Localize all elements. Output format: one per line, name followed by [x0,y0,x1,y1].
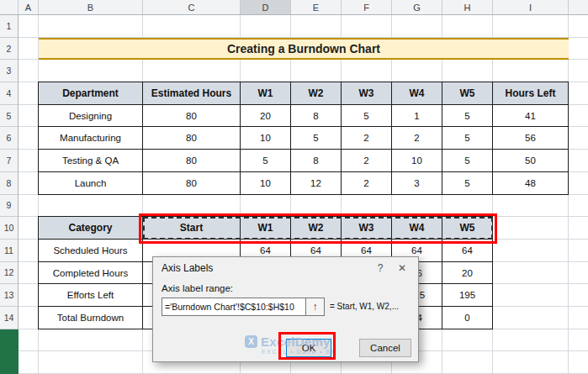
department-hours-table: Department Estimated Hours W1 W2 W3 W4 W… [38,82,569,194]
t1-cell[interactable]: 2 [342,127,392,150]
column-header-f[interactable]: F [342,0,392,14]
axis-labels-dialog: Axis Labels ? ✕ Axis label range: ↑ = St… [152,256,419,362]
t1-header-cell[interactable]: Department [39,82,143,105]
axis-label-range-input[interactable] [162,298,306,316]
t1-cell[interactable]: 8 [291,150,342,172]
t1-cell[interactable]: Testing & QA [39,150,143,172]
column-headers: A B C D E F G H I [0,0,588,15]
t2-header-cell[interactable]: W3 [342,217,392,240]
row-header-1[interactable]: 1 [0,15,18,38]
row-header-9[interactable]: 9 [0,195,18,218]
row-header-5[interactable]: 5 [0,105,18,128]
t2-cell[interactable]: 195 [442,284,493,307]
t1-cell[interactable]: 80 [143,127,241,150]
column-header-i[interactable]: I [493,0,569,14]
green-corner-block [0,329,19,374]
column-header-b[interactable]: B [39,0,143,14]
help-icon[interactable]: ? [369,259,391,277]
page-title: Creating a Burndown Chart [227,42,380,55]
column-header-partial[interactable] [569,0,588,14]
t1-cell[interactable]: 3 [392,172,442,195]
axis-label-range-label: Axis label range: [162,283,233,293]
t2-cell[interactable]: 20 [442,262,493,285]
t1-cell[interactable]: Designing [39,105,143,128]
row-header-11[interactable]: 11 [0,240,18,262]
row-header-4[interactable]: 4 [0,82,18,105]
t1-cell[interactable]: 5 [342,105,392,128]
dialog-title: Axis Labels [162,262,369,274]
t1-cell[interactable]: Launch [39,172,143,195]
t1-cell[interactable]: 5 [291,127,342,150]
row-header-8[interactable]: 8 [0,172,18,195]
t1-cell[interactable]: 5 [442,150,493,172]
column-header-e[interactable]: E [291,0,342,14]
t1-cell[interactable]: 80 [143,150,241,172]
t1-cell[interactable]: 10 [241,127,291,150]
t1-cell[interactable]: 5 [442,127,493,150]
t2-cell[interactable]: 64 [442,240,493,262]
row-header-2[interactable]: 2 [0,38,18,61]
ok-button[interactable]: OK [286,339,331,357]
t1-header-cell[interactable]: Estimated Hours [143,82,241,105]
t1-cell[interactable]: 5 [241,150,291,172]
t2-cell[interactable]: Scheduled Hours [39,240,143,262]
t1-cell[interactable]: 80 [143,105,241,128]
t2-header-cell[interactable]: Start [143,217,241,240]
t1-header-cell[interactable]: W3 [342,82,392,105]
column-header-a[interactable]: A [19,0,39,14]
row-headers: 1 2 3 4 5 6 7 8 9 10 11 12 13 14 [0,15,19,374]
t1-cell[interactable]: 50 [493,150,569,172]
column-header-c[interactable]: C [143,0,241,14]
t2-header-cell[interactable]: W2 [291,217,342,240]
t2-header-cell[interactable]: W5 [442,217,493,240]
range-input-row: ↑ = Start, W1, W2,... [162,298,399,316]
column-header-h[interactable]: H [442,0,493,14]
row-header-6[interactable]: 6 [0,127,18,150]
t1-cell[interactable]: 2 [392,127,442,150]
t1-header-cell[interactable]: W4 [392,82,442,105]
close-icon[interactable]: ✕ [391,259,413,277]
t2-header-cell[interactable]: W1 [241,217,291,240]
range-preview-text: = Start, W1, W2,... [330,302,399,311]
sheet-title-banner[interactable]: Creating a Burndown Chart [39,38,569,61]
t1-header-cell[interactable]: W5 [442,82,493,105]
column-header-d[interactable]: D [241,0,291,14]
dialog-title-bar[interactable]: Axis Labels ? ✕ [153,257,418,279]
select-all-corner[interactable] [0,0,19,14]
t1-header-cell[interactable]: Hours Left [493,82,569,105]
t1-cell[interactable]: 10 [392,150,442,172]
t2-header-cell[interactable]: Category [39,217,143,240]
t2-cell[interactable]: Total Burndown [39,307,143,329]
row-header-14[interactable]: 14 [0,307,18,329]
collapse-dialog-button[interactable]: ↑ [306,298,325,316]
t1-cell[interactable]: 10 [241,172,291,195]
row-header-10[interactable]: 10 [0,217,18,240]
t1-cell[interactable]: 41 [493,105,569,128]
t1-cell[interactable]: 80 [143,172,241,195]
t1-header-cell[interactable]: W2 [291,82,342,105]
t1-cell[interactable]: 56 [493,127,569,150]
excel-window: A B C D E F G H I 1 2 3 4 5 6 7 8 9 10 1… [0,0,588,374]
t1-cell[interactable]: 5 [442,105,493,128]
t1-cell[interactable]: 1 [392,105,442,128]
t1-cell[interactable]: 2 [342,172,392,195]
t1-cell[interactable]: 8 [291,105,342,128]
row-header-13[interactable]: 13 [0,284,18,307]
t2-cell[interactable]: 0 [442,307,493,329]
t1-cell[interactable]: 48 [493,172,569,195]
t1-header-cell[interactable]: W1 [241,82,291,105]
cancel-button[interactable]: Cancel [359,339,411,357]
t1-cell[interactable]: Manufacturing [39,127,143,150]
t1-cell[interactable]: 5 [442,172,493,195]
t1-cell[interactable]: 2 [342,150,392,172]
row-header-12[interactable]: 12 [0,262,18,285]
t1-cell[interactable]: 12 [291,172,342,195]
row-header-3[interactable]: 3 [0,60,18,82]
t1-cell[interactable]: 20 [241,105,291,128]
t2-cell[interactable]: Efforts Left [39,284,143,307]
column-header-g[interactable]: G [392,0,442,14]
t2-header-cell[interactable]: W4 [392,217,442,240]
t2-cell[interactable]: Completed Hours [39,262,143,285]
row-header-7[interactable]: 7 [0,150,18,172]
